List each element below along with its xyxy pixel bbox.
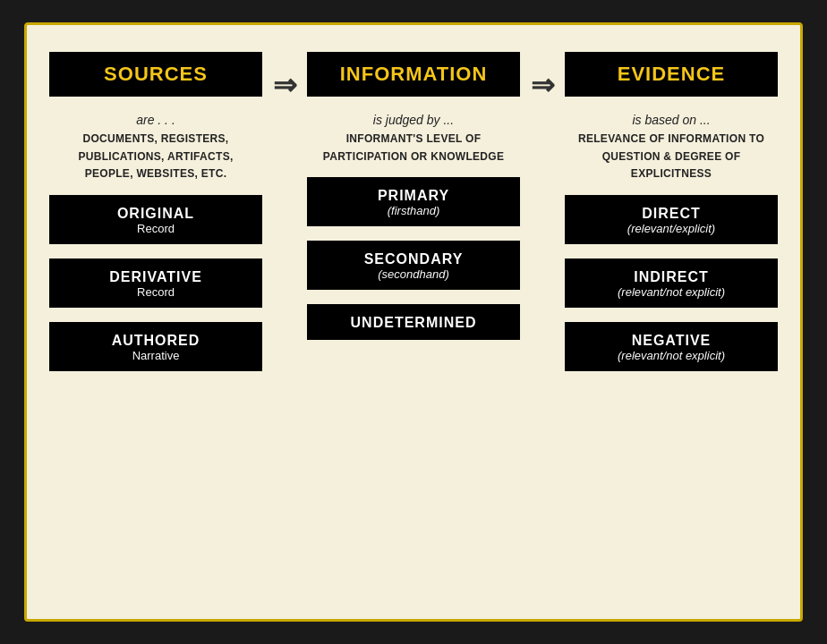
evidence-indirect-sub: (relevant/not explicit) [574,285,769,299]
sources-header: SOURCES [49,52,262,97]
evidence-item-negative: NEGATIVE (relevant/not explicit) [565,322,778,371]
information-secondary-sub: (secondhand) [316,267,511,281]
sources-item-derivative: DERIVATIVE Record [49,258,262,308]
sources-item-original: ORIGINAL Record [49,195,262,244]
information-body: INFORMANT'S LEVEL OF PARTICIPATION OR KN… [323,132,504,163]
evidence-item-direct: DIRECT (relevant/explicit) [565,195,778,244]
information-label: INFORMATION [340,63,488,85]
evidence-header: EVIDENCE [565,52,778,97]
sources-item-authored: AUTHORED Narrative [49,322,262,371]
evidence-indirect-main: INDIRECT [574,269,769,285]
sources-authored-main: AUTHORED [58,333,253,349]
arrow-2-symbol: ⇒ [531,68,555,102]
main-frame: SOURCES are . . . DOCUMENTS, REGISTERS, … [24,22,803,622]
arrow-2: ⇒ [520,52,565,102]
information-undetermined-main: UNDETERMINED [316,315,511,331]
information-item-secondary: SECONDARY (secondhand) [307,241,520,290]
sources-italic: are . . . [136,113,175,127]
arrow-1: ⇒ [262,52,307,102]
evidence-direct-sub: (relevant/explicit) [574,222,769,235]
sources-derivative-sub: Record [58,285,253,299]
information-item-undetermined: UNDETERMINED [307,304,520,340]
sources-description: are . . . DOCUMENTS, REGISTERS, PUBLICAT… [49,111,262,182]
sources-label: SOURCES [104,63,208,85]
evidence-column: EVIDENCE is based on ... RELEVANCE OF IN… [565,52,778,386]
evidence-label: EVIDENCE [618,63,725,85]
information-description: is judged by ... INFORMANT'S LEVEL OF PA… [307,111,520,165]
evidence-description: is based on ... RELEVANCE OF INFORMATION… [565,111,778,182]
sources-column: SOURCES are . . . DOCUMENTS, REGISTERS, … [49,52,262,386]
arrow-1-symbol: ⇒ [273,68,297,102]
evidence-item-indirect: INDIRECT (relevant/not explicit) [565,258,778,308]
information-item-primary: PRIMARY (firsthand) [307,177,520,226]
information-column: INFORMATION is judged by ... INFORMANT'S… [307,52,520,354]
evidence-italic: is based on ... [632,113,710,127]
information-primary-sub: (firsthand) [316,204,511,217]
sources-derivative-main: DERIVATIVE [58,269,253,285]
sources-original-main: ORIGINAL [58,206,253,222]
sources-body: DOCUMENTS, REGISTERS, PUBLICATIONS, ARTI… [78,132,233,180]
evidence-body: RELEVANCE OF INFORMATION TO QUESTION & D… [578,132,764,180]
evidence-negative-sub: (relevant/not explicit) [574,349,769,362]
information-italic: is judged by ... [373,113,454,127]
evidence-negative-main: NEGATIVE [574,333,769,349]
sources-authored-sub: Narrative [58,349,253,362]
evidence-direct-main: DIRECT [574,206,769,222]
information-secondary-main: SECONDARY [316,251,511,267]
sources-original-sub: Record [58,222,253,235]
information-primary-main: PRIMARY [316,188,511,204]
columns-container: SOURCES are . . . DOCUMENTS, REGISTERS, … [49,52,778,592]
information-header: INFORMATION [307,52,520,97]
